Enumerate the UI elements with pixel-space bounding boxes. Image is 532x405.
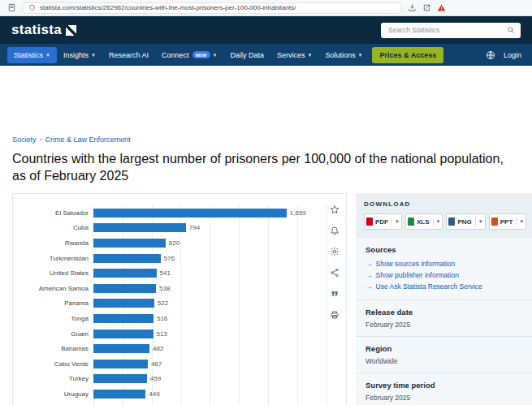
chart-actions — [327, 202, 342, 322]
bar-value-label: 516 — [157, 315, 167, 322]
download-xls-button[interactable]: XLS ▼ — [405, 213, 443, 230]
region-value: Worldwide — [365, 357, 525, 365]
png-file-icon — [448, 218, 455, 226]
release-date-block: Release date February 2025 — [356, 299, 532, 336]
external-link-icon[interactable] — [422, 3, 431, 12]
login-button[interactable]: Login — [504, 51, 521, 59]
bell-icon[interactable] — [327, 223, 342, 238]
nav-right: Login — [486, 50, 525, 60]
chevron-down-icon: ▼ — [213, 53, 218, 58]
bar[interactable] — [93, 299, 154, 308]
search-box[interactable] — [381, 23, 521, 38]
breadcrumb-crime-law[interactable]: Crime & Law Enforcement — [45, 136, 131, 144]
bar-value-label: 794 — [189, 224, 200, 231]
bar-value-label: 449 — [149, 390, 159, 398]
bar[interactable] — [93, 284, 156, 293]
site-header: statista — [0, 16, 532, 44]
table-row: Rwanda 620 — [13, 235, 346, 251]
table-row: Turkmenistan 576 — [13, 251, 346, 266]
bar-value-label: 620 — [169, 239, 179, 247]
nav-item-insights[interactable]: Insights▼ — [57, 47, 102, 63]
breadcrumb-separator: › — [40, 136, 42, 144]
nav-item-prices-access[interactable]: Prices & Access — [372, 47, 443, 63]
bar[interactable] — [93, 209, 287, 218]
table-row: Cuba 794 — [13, 221, 346, 236]
bar[interactable] — [93, 360, 148, 368]
table-row: Turkey 459 — [13, 372, 346, 387]
region-block: Region Worldwide — [356, 336, 532, 373]
chevron-down-icon[interactable]: ▼ — [516, 217, 524, 226]
release-date-label: Release date — [365, 308, 525, 317]
bar-category-label: Cuba — [13, 224, 93, 231]
bar[interactable] — [93, 254, 161, 263]
bar-category-label: American Samoa — [13, 285, 93, 292]
bar-value-label: 459 — [150, 375, 161, 382]
ask-statista-link[interactable]: → Use Ask Statista Research Service — [365, 281, 525, 292]
bar-category-label: Panama — [13, 299, 93, 307]
arrow-right-icon: → — [365, 258, 373, 269]
new-badge: NEW — [192, 51, 210, 58]
nav-label: Daily Data — [230, 51, 264, 59]
globe-icon[interactable] — [486, 50, 495, 60]
search-icon[interactable] — [507, 26, 515, 34]
favorite-star-icon[interactable] — [327, 202, 342, 217]
nav-item-solutions[interactable]: Solutions▼ — [318, 47, 369, 63]
show-sources-link[interactable]: → Show sources information — [365, 258, 525, 269]
survey-period-value: February 2025 — [365, 394, 525, 402]
download-ppt-button[interactable]: PPT ▼ — [489, 213, 527, 230]
print-icon[interactable] — [327, 308, 342, 322]
download-page-icon[interactable] — [408, 3, 417, 12]
nav-label: Insights — [63, 51, 89, 59]
page-icon[interactable] — [7, 3, 16, 12]
bar[interactable] — [93, 223, 186, 232]
region-label: Region — [365, 344, 525, 353]
nav-item-services[interactable]: Services▼ — [270, 47, 318, 63]
citation-quote-icon[interactable] — [327, 287, 342, 301]
bar[interactable] — [93, 374, 147, 383]
bar[interactable] — [93, 314, 154, 323]
bar[interactable] — [93, 390, 145, 399]
download-section: DOWNLOAD PDF ▼ XLS ▼ PNG ▼ — [356, 193, 532, 238]
chevron-down-icon: ▼ — [91, 53, 96, 58]
bar-value-label: 482 — [153, 345, 163, 352]
url-text: statista.com/statistics/262962/countries… — [40, 4, 296, 11]
nav-item-connect[interactable]: Connect NEW ▼ — [155, 47, 223, 63]
search-input[interactable] — [387, 25, 504, 35]
bar[interactable] — [93, 269, 157, 278]
nav-item-research-ai[interactable]: Research AI — [102, 47, 155, 63]
bar[interactable] — [93, 344, 149, 353]
download-pdf-button[interactable]: PDF ▼ — [364, 213, 402, 230]
chevron-down-icon[interactable]: ▼ — [391, 217, 400, 226]
statista-logo[interactable]: statista — [11, 22, 76, 38]
share-icon[interactable] — [327, 265, 342, 280]
chevron-down-icon[interactable]: ▼ — [475, 217, 483, 226]
warning-icon[interactable] — [437, 3, 446, 12]
survey-period-label: Survey time period — [365, 381, 525, 390]
bar-value-label: 538 — [159, 285, 170, 292]
chevron-down-icon: ▼ — [308, 53, 313, 58]
breadcrumb: Society › Crime & Law Enforcement — [12, 136, 520, 144]
address-bar[interactable]: statista.com/statistics/262962/countries… — [22, 2, 402, 14]
pdf-file-icon — [366, 218, 373, 226]
bar-value-label: 522 — [158, 299, 168, 307]
sidebar-panel: DOWNLOAD PDF ▼ XLS ▼ PNG ▼ — [356, 193, 532, 405]
gear-icon[interactable] — [327, 244, 342, 259]
bar-value-label: 1,659 — [290, 209, 306, 217]
breadcrumb-society[interactable]: Society — [12, 136, 37, 144]
bar[interactable] — [93, 239, 166, 248]
browser-chrome: statista.com/statistics/262962/countries… — [0, 0, 532, 16]
bar-category-label: Tonga — [13, 315, 93, 322]
show-publisher-link[interactable]: → Show publisher information — [365, 269, 525, 281]
table-row: American Samoa 538 — [13, 281, 346, 296]
bar[interactable] — [93, 330, 154, 338]
nav-item-statistics[interactable]: Statistics▼ — [7, 47, 57, 63]
survey-period-block: Survey time period February 2025 — [356, 373, 532, 405]
nav-item-daily-data[interactable]: Daily Data — [223, 47, 270, 63]
chart-card: El Salvador 1,659 Cuba 794 Rwanda 620 Tu… — [12, 193, 347, 405]
shield-icon[interactable] — [28, 4, 36, 11]
statista-logo-mark-icon — [66, 25, 76, 36]
bar-category-label: Rwanda — [13, 239, 93, 247]
download-png-button[interactable]: PNG ▼ — [446, 213, 485, 230]
bar-category-label: United States — [13, 269, 93, 277]
chevron-down-icon[interactable]: ▼ — [433, 217, 441, 226]
